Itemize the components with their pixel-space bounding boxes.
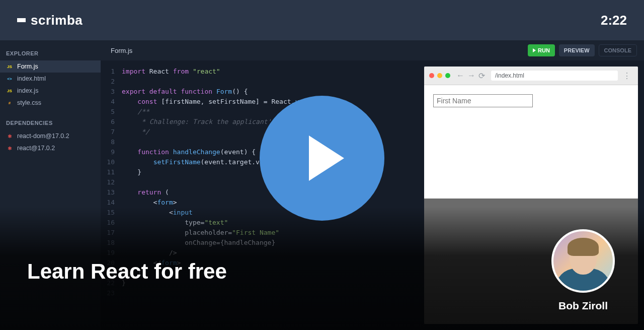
play-icon — [309, 136, 344, 181]
forward-icon[interactable]: → — [467, 71, 475, 81]
tab-bar: Form.js RUN PREVIEW CONSOLE — [101, 40, 644, 60]
file-item-style-css[interactable]: #style.css — [0, 97, 101, 109]
code-line: 16 type="text" — [101, 218, 424, 228]
dependency-name: react-dom@17.0.2 — [17, 133, 69, 140]
play-button[interactable] — [260, 96, 384, 221]
package-icon: ⚛ — [6, 133, 13, 140]
header: scrimba 2:22 — [0, 0, 644, 40]
file-name: Form.js — [17, 63, 38, 70]
html-file-icon: <> — [6, 75, 13, 82]
browser-menu-icon[interactable]: ⋮ — [621, 71, 633, 81]
code-line: 4 const [firstName, setFirstName] = Reac… — [101, 97, 424, 107]
js-file-icon: JS — [6, 63, 13, 70]
url-bar[interactable]: /index.html — [491, 71, 618, 81]
brand-logo[interactable]: scrimba — [17, 13, 83, 28]
run-button[interactable]: RUN — [528, 44, 555, 56]
sidebar: EXPLORER JSForm.js<>index.htmlJSindex.js… — [0, 40, 101, 330]
course-title: Learn React for free — [27, 259, 227, 284]
dependencies-heading: DEPENDENCIES — [0, 118, 101, 130]
dependency-name: react@17.0.2 — [17, 145, 55, 152]
play-icon — [533, 48, 536, 52]
close-dot-icon — [429, 73, 434, 78]
code-line: 19 /> — [101, 248, 424, 258]
file-list: JSForm.js<>index.htmlJSindex.js#style.cs… — [0, 60, 101, 109]
video-timestamp: 2:22 — [601, 13, 627, 28]
code-line: 17 placeholder="First Name" — [101, 228, 424, 238]
active-file-tab[interactable]: Form.js — [108, 47, 132, 54]
file-name: index.html — [17, 75, 46, 82]
back-icon[interactable]: ← — [456, 71, 464, 81]
code-line: 5 /** — [101, 107, 424, 117]
file-item-index-js[interactable]: JSindex.js — [0, 85, 101, 97]
code-line: 6 * Challenge: Track the applicant's las… — [101, 117, 424, 127]
explorer-heading: EXPLORER — [0, 48, 101, 60]
preview-button[interactable]: PREVIEW — [559, 44, 595, 56]
code-line: 2 — [101, 77, 424, 87]
file-name: index.js — [17, 87, 38, 94]
dependency-item[interactable]: ⚛react@17.0.2 — [0, 142, 101, 154]
code-line: 15 <input — [101, 208, 424, 218]
package-icon: ⚛ — [6, 145, 13, 152]
instructor: Bob Ziroll — [551, 229, 615, 312]
traffic-lights — [429, 73, 450, 78]
file-item-Form-js[interactable]: JSForm.js — [0, 60, 101, 73]
first-name-input[interactable] — [433, 94, 533, 107]
code-line: 18 onChange={handleChange} — [101, 238, 424, 248]
instructor-avatar[interactable] — [551, 229, 615, 293]
browser-chrome: ← → ⟳ /index.html ⋮ — [424, 67, 638, 85]
reload-icon[interactable]: ⟳ — [478, 71, 485, 81]
instructor-name: Bob Ziroll — [558, 300, 608, 312]
file-item-index-html[interactable]: <>index.html — [0, 73, 101, 85]
code-line: 14 <form> — [101, 197, 424, 208]
code-line: 23 — [101, 288, 424, 298]
code-line: 1import React from "react" — [101, 67, 424, 77]
code-editor[interactable]: 1import React from "react"2 3export defa… — [101, 60, 424, 330]
file-name: style.css — [17, 99, 41, 106]
css-file-icon: # — [6, 99, 13, 106]
dependency-list: ⚛react-dom@17.0.2⚛react@17.0.2 — [0, 130, 101, 154]
preview-body — [424, 85, 638, 199]
dependency-item[interactable]: ⚛react-dom@17.0.2 — [0, 130, 101, 142]
brand-text: scrimba — [31, 13, 83, 28]
minimize-dot-icon — [437, 73, 442, 78]
code-line: 3export default function Form() { — [101, 87, 424, 97]
maximize-dot-icon — [445, 73, 450, 78]
scrimba-logo-icon — [17, 18, 26, 22]
console-button[interactable]: CONSOLE — [599, 44, 637, 56]
js-file-icon: JS — [6, 87, 13, 94]
